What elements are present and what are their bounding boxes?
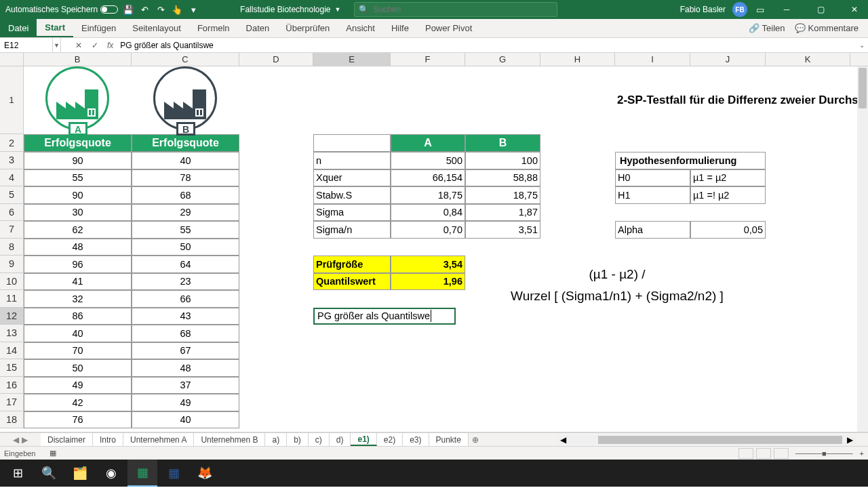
- col-header-G[interactable]: G: [465, 53, 540, 66]
- stat-value[interactable]: 66,154: [391, 169, 465, 187]
- ribbon-display-icon[interactable]: ▭: [754, 3, 766, 16]
- horizontal-scrollbar[interactable]: ◀▶: [557, 435, 856, 445]
- sheet-tab[interactable]: a): [265, 433, 287, 446]
- touch-mode-icon[interactable]: 👆: [171, 3, 183, 16]
- sheet-tab[interactable]: Punkte: [429, 433, 469, 446]
- vertical-scrollbar[interactable]: [857, 66, 868, 432]
- row-header-17[interactable]: 17: [0, 394, 24, 411]
- stat-value[interactable]: 18,75: [391, 186, 465, 204]
- maximize-button[interactable]: ▢: [807, 0, 834, 19]
- stat-value[interactable]: 58,88: [465, 169, 540, 187]
- quantilswert-value[interactable]: 1,96: [391, 273, 465, 291]
- tab-file[interactable]: Datei: [0, 19, 37, 37]
- taskbar-search-icon[interactable]: 🔍: [34, 460, 64, 487]
- sheet-tab[interactable]: Unternehmen A: [123, 433, 194, 446]
- worksheet-grid[interactable]: B C D E F G H I J K 1 A B: [0, 53, 868, 432]
- taskbar-excel-icon[interactable]: ▦: [127, 460, 157, 487]
- data-cell[interactable]: 70: [24, 342, 132, 360]
- row-header-5[interactable]: 5: [0, 186, 24, 204]
- view-page-break-icon[interactable]: [774, 448, 789, 459]
- data-cell[interactable]: 49: [132, 394, 239, 411]
- tab-ueberpruefen[interactable]: Überprüfen: [277, 19, 338, 37]
- data-cell[interactable]: 43: [132, 308, 239, 325]
- zoom-level[interactable]: +: [860, 449, 864, 458]
- tab-powerpivot[interactable]: Power Pivot: [417, 19, 480, 37]
- sheet-tab[interactable]: c): [309, 433, 330, 446]
- data-cell[interactable]: 48: [24, 239, 132, 256]
- quantilswert-label[interactable]: Quantilswert: [313, 273, 391, 291]
- fx-icon[interactable]: fx: [103, 41, 117, 50]
- tab-start[interactable]: Start: [37, 19, 73, 37]
- comments-button[interactable]: 💬 Kommentare: [795, 23, 859, 33]
- row-header-16[interactable]: 16: [0, 377, 24, 394]
- taskbar-word-icon[interactable]: ▦: [159, 460, 189, 487]
- data-cell[interactable]: 40: [24, 325, 132, 342]
- macro-record-icon[interactable]: ▦: [50, 449, 56, 458]
- stat-value[interactable]: 1,87: [465, 204, 540, 222]
- data-cell[interactable]: 62: [24, 221, 132, 239]
- data-cell[interactable]: 68: [132, 325, 239, 342]
- data-cell[interactable]: 40: [132, 411, 239, 429]
- data-cell[interactable]: 96: [24, 256, 132, 273]
- col-header-D[interactable]: D: [239, 53, 313, 66]
- tab-ansicht[interactable]: Ansicht: [338, 19, 383, 37]
- col-header-I[interactable]: I: [615, 53, 690, 66]
- formula-input[interactable]: [117, 38, 856, 52]
- alpha-key[interactable]: Alpha: [615, 221, 690, 239]
- col-header-B[interactable]: B: [24, 53, 132, 66]
- active-cell-editing[interactable]: PG größer als Quantilswe: [313, 308, 456, 325]
- sheet-tab[interactable]: e3): [403, 433, 429, 446]
- tab-einfuegen[interactable]: Einfügen: [73, 19, 124, 37]
- row-header-13[interactable]: 13: [0, 325, 24, 342]
- view-normal-icon[interactable]: [738, 448, 753, 459]
- stat-label[interactable]: Sigma: [313, 204, 391, 222]
- col-header-C[interactable]: C: [132, 53, 239, 66]
- stat-label[interactable]: Stabw.S: [313, 186, 391, 204]
- data-cell[interactable]: 55: [132, 221, 239, 239]
- add-sheet-button[interactable]: ⊕: [469, 435, 482, 445]
- data-cell[interactable]: 78: [132, 169, 239, 187]
- row-header-11[interactable]: 11: [0, 290, 24, 308]
- data-cell[interactable]: 49: [24, 377, 132, 394]
- col-header-F[interactable]: F: [391, 53, 465, 66]
- col-header-E[interactable]: E: [313, 53, 391, 66]
- data-cell[interactable]: 30: [24, 204, 132, 222]
- stat-value[interactable]: 500: [391, 152, 465, 169]
- sheet-tab[interactable]: d): [330, 433, 351, 446]
- data-cell[interactable]: 23: [132, 273, 239, 291]
- col-header-H[interactable]: H: [540, 53, 615, 66]
- sheet-nav[interactable]: ◀ ▶: [0, 435, 41, 445]
- save-icon[interactable]: 💾: [122, 3, 134, 16]
- stat-value[interactable]: 3,51: [465, 221, 540, 239]
- hypo-key[interactable]: H0: [615, 169, 690, 187]
- stat-value[interactable]: 100: [465, 152, 540, 169]
- sheet-tab[interactable]: Disclaimer: [41, 433, 93, 446]
- select-all-corner[interactable]: [0, 53, 24, 66]
- sheet-tab[interactable]: Unternehmen B: [194, 433, 265, 446]
- tab-daten[interactable]: Daten: [238, 19, 278, 37]
- row-header-8[interactable]: 8: [0, 239, 24, 256]
- tab-hilfe[interactable]: Hilfe: [383, 19, 417, 37]
- data-cell[interactable]: 68: [132, 186, 239, 204]
- data-cell[interactable]: 64: [132, 256, 239, 273]
- data-cell[interactable]: 37: [132, 377, 239, 394]
- hypo-key[interactable]: H1: [615, 186, 690, 204]
- redo-icon[interactable]: ↷: [155, 3, 167, 16]
- data-cell[interactable]: 48: [132, 359, 239, 377]
- row-header-18[interactable]: 18: [0, 411, 24, 429]
- taskbar-firefox-icon[interactable]: 🦊: [190, 460, 220, 487]
- data-cell[interactable]: 86: [24, 308, 132, 325]
- sheet-tab[interactable]: b): [287, 433, 309, 446]
- undo-icon[interactable]: ↶: [138, 3, 151, 16]
- data-cell[interactable]: 55: [24, 169, 132, 187]
- data-cell[interactable]: 50: [24, 359, 132, 377]
- stat-label[interactable]: Sigma/n: [313, 221, 391, 239]
- data-cell[interactable]: 50: [132, 239, 239, 256]
- qat-more-icon[interactable]: ▾: [187, 3, 199, 16]
- search-input[interactable]: [373, 5, 553, 14]
- view-page-layout-icon[interactable]: [756, 448, 771, 459]
- pruefgroesse-label[interactable]: Prüfgröße: [313, 256, 391, 273]
- taskbar-obs-icon[interactable]: ◉: [96, 460, 126, 487]
- stat-label[interactable]: Xquer: [313, 169, 391, 187]
- row-header-10[interactable]: 10: [0, 273, 24, 291]
